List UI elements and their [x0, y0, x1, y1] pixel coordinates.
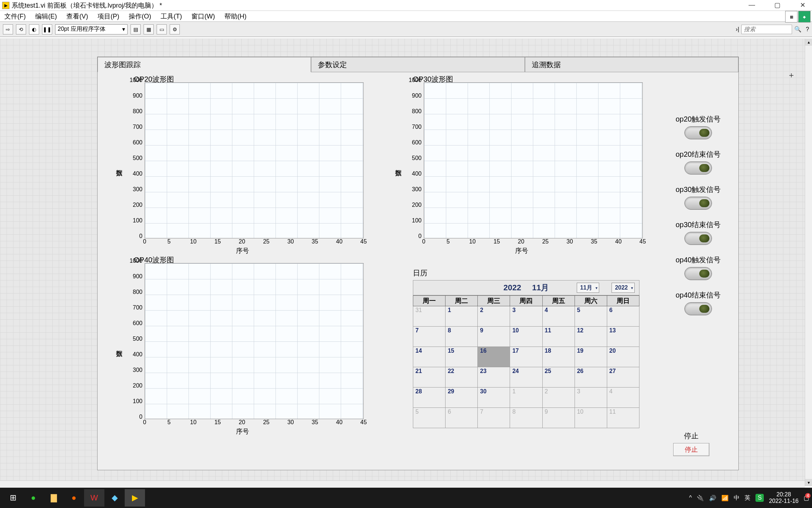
vertical-scrollbar[interactable]: ▴ ▾ [805, 38, 812, 486]
calendar-day[interactable]: 10 [575, 408, 607, 428]
tray-ime-lang[interactable]: 英 [745, 494, 750, 502]
reorder-button[interactable]: ⚙ [170, 24, 180, 34]
calendar-day[interactable]: 29 [446, 388, 478, 408]
calendar-day[interactable]: 14 [413, 347, 446, 367]
run-continuous-button[interactable]: ⟲ [16, 24, 26, 34]
calendar-day[interactable]: 13 [607, 327, 639, 347]
plot-area[interactable] [424, 82, 643, 238]
calendar-day[interactable]: 4 [607, 388, 639, 408]
tab-waveform[interactable]: 波形图跟踪 [98, 57, 311, 72]
led-op30-trigger: op30触发信号 [671, 185, 725, 210]
calendar-day[interactable]: 8 [510, 408, 542, 428]
tray-notifications[interactable]: ▢4 [804, 495, 809, 501]
calendar-day[interactable]: 8 [446, 327, 478, 347]
calendar-day[interactable]: 18 [542, 347, 575, 367]
menu-bar: 文件(F) 编辑(E) 查看(V) 项目(P) 操作(O) 工具(T) 窗口(W… [0, 11, 812, 22]
vi-icon[interactable]: ◆ [798, 11, 811, 22]
calendar-day[interactable]: 7 [478, 408, 510, 428]
start-button[interactable]: ⊞ [3, 489, 23, 507]
tray-wifi-icon[interactable]: 📶 [721, 495, 729, 501]
distribute-button[interactable]: ▦ [144, 24, 154, 34]
menu-edit[interactable]: 编辑(E) [34, 11, 58, 21]
grid-icon[interactable]: ▦ [785, 11, 798, 22]
maximize-button[interactable]: ▢ [770, 1, 784, 10]
scroll-up-icon[interactable]: ▴ [805, 38, 812, 46]
calendar-day[interactable]: 7 [413, 327, 446, 347]
calendar-day[interactable]: 3 [510, 306, 542, 327]
calendar-day[interactable]: 9 [542, 408, 575, 428]
calendar-day[interactable]: 11 [607, 408, 639, 428]
task-app1[interactable]: ◆ [104, 489, 125, 507]
calendar-day[interactable]: 5 [575, 306, 607, 327]
task-wechat[interactable]: ● [23, 489, 44, 507]
month-select[interactable]: 11月▾ [577, 283, 599, 293]
front-panel-canvas[interactable]: ＋ 波形图跟踪 参数设定 追溯数据 OP20波形图 数据 01002003004… [0, 38, 805, 486]
pause-button[interactable]: ❚❚ [42, 24, 52, 34]
calendar-day[interactable]: 10 [510, 327, 542, 347]
font-selector[interactable]: 20pt 应用程序字体▾ [55, 24, 128, 34]
menu-window[interactable]: 窗口(W) [190, 11, 216, 21]
calendar-day[interactable]: 6 [446, 408, 478, 428]
calendar-day[interactable]: 12 [575, 327, 607, 347]
calendar-day[interactable]: 19 [575, 347, 607, 367]
calendar-day[interactable]: 6 [607, 306, 639, 327]
calendar-day[interactable]: 15 [446, 347, 478, 367]
search-input[interactable] [741, 25, 792, 34]
tray-chevron-icon[interactable]: ^ [689, 495, 692, 501]
calendar-day[interactable]: 2 [542, 388, 575, 408]
scroll-down-icon[interactable]: ▾ [805, 479, 812, 486]
tray-sogou-icon[interactable]: S [755, 494, 764, 502]
horizontal-scrollbar[interactable] [0, 480, 805, 488]
toolbar: ⇨ ⟲ ◐ ❚❚ 20pt 应用程序字体▾ ▤ ▦ ▭ ⚙ ›| 🔍 ? ▦ ◆ [0, 22, 812, 37]
plot-area[interactable] [145, 82, 364, 238]
calendar-day[interactable]: 25 [542, 367, 575, 388]
calendar-day[interactable]: 26 [575, 367, 607, 388]
calendar-day[interactable]: 9 [478, 327, 510, 347]
close-button[interactable]: ✕ [795, 1, 810, 10]
calendar-day[interactable]: 30 [478, 388, 510, 408]
tray-clock[interactable]: 20:28 2022-11-16 [769, 491, 799, 504]
stop-button[interactable]: 停止 [673, 443, 709, 456]
plot-area[interactable] [145, 263, 364, 419]
calendar-day[interactable]: 31 [413, 306, 446, 327]
search-icon[interactable]: 🔍 [794, 26, 801, 33]
calendar-day[interactable]: 1 [510, 388, 542, 408]
run-button[interactable]: ⇨ [3, 24, 13, 34]
calendar-day[interactable]: 22 [446, 367, 478, 388]
year-select[interactable]: 2022▾ [612, 283, 635, 293]
calendar-day[interactable]: 1 [446, 306, 478, 327]
tab-params[interactable]: 参数设定 [311, 57, 525, 72]
menu-help[interactable]: 帮助(H) [223, 11, 248, 21]
calendar-day[interactable]: 24 [510, 367, 542, 388]
calendar-day[interactable]: 27 [607, 367, 639, 388]
calendar-day[interactable]: 3 [575, 388, 607, 408]
calendar-day[interactable]: 20 [607, 347, 639, 367]
menu-view[interactable]: 查看(V) [65, 11, 90, 21]
calendar-day[interactable]: 16 [478, 347, 510, 367]
tab-trace[interactable]: 追溯数据 [525, 57, 738, 72]
menu-operate[interactable]: 操作(O) [127, 11, 153, 21]
tray-usb-icon[interactable]: 🔌 [697, 495, 704, 501]
task-wps[interactable]: W [84, 489, 104, 507]
tray-volume-icon[interactable]: 🔊 [709, 495, 716, 501]
menu-tools[interactable]: 工具(T) [159, 11, 183, 21]
calendar-day[interactable]: 4 [542, 306, 575, 327]
calendar-day[interactable]: 2 [478, 306, 510, 327]
abort-button[interactable]: ◐ [29, 24, 39, 34]
calendar-day[interactable]: 21 [413, 367, 446, 388]
task-labview[interactable]: ▶ [125, 489, 145, 507]
resize-button[interactable]: ▭ [157, 24, 167, 34]
calendar-day[interactable]: 17 [510, 347, 542, 367]
calendar-day[interactable]: 11 [542, 327, 575, 347]
menu-project[interactable]: 项目(P) [96, 11, 121, 21]
align-button[interactable]: ▤ [130, 24, 141, 34]
task-firefox[interactable]: ● [64, 489, 84, 507]
tray-ime-mode[interactable]: 中 [734, 494, 740, 502]
menu-file[interactable]: 文件(F) [3, 11, 27, 21]
calendar-day[interactable]: 28 [413, 388, 446, 408]
calendar-day[interactable]: 5 [413, 408, 446, 428]
help-icon[interactable]: ? [806, 26, 809, 33]
minimize-button[interactable]: — [745, 1, 759, 10]
calendar-day[interactable]: 23 [478, 367, 510, 388]
task-explorer[interactable]: ▇ [44, 489, 64, 507]
